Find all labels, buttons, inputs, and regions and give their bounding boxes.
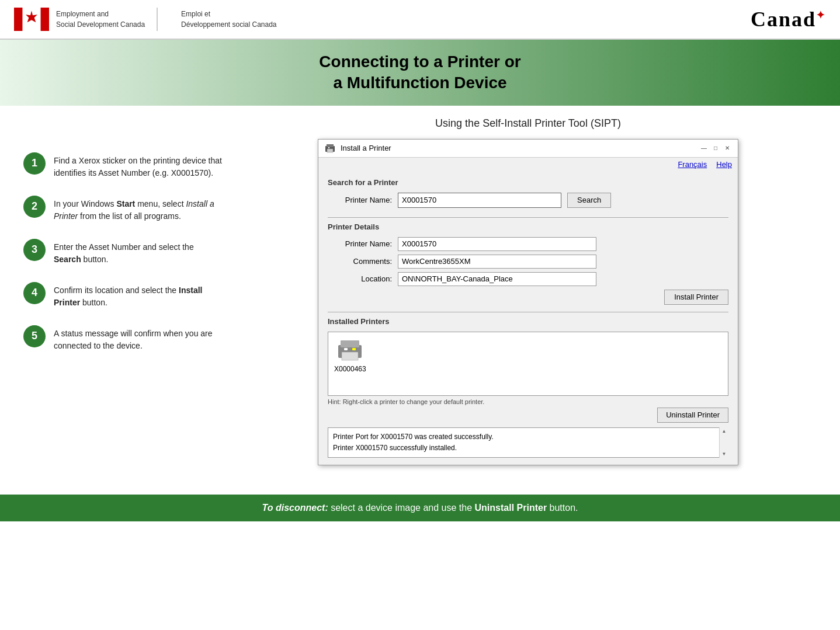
search-row: Printer Name: Search: [328, 193, 728, 208]
search-button[interactable]: Search: [567, 193, 611, 208]
header-left: Employment and Social Development Canada…: [14, 8, 277, 31]
search-section-title: Search for a Printer: [328, 178, 728, 187]
installed-printers-area: X0000463: [328, 332, 728, 396]
minimize-button[interactable]: —: [699, 144, 709, 153]
footer-text: To disconnect: select a device image and…: [23, 503, 817, 513]
header-divider: [157, 8, 158, 31]
separator-2: [328, 312, 728, 312]
svg-rect-11: [344, 348, 348, 350]
maximize-button[interactable]: □: [711, 144, 720, 153]
installed-section-title: Installed Printers: [328, 317, 728, 326]
footer-banner: To disconnect: select a device image and…: [0, 495, 840, 521]
detail-name-label: Printer Name:: [328, 239, 392, 248]
printer-details-title: Printer Details: [328, 222, 728, 231]
detail-name-row: Printer Name:: [328, 237, 728, 251]
step-5-text: A status message will confirm when you a…: [54, 325, 222, 352]
sipt-window: Install a Printer — □ ✕ Français Help Se…: [318, 139, 738, 465]
dept-name-fr: Emploi et Développement social Canada: [181, 9, 276, 30]
canada-wordmark: Canad✦: [751, 7, 826, 32]
dept-name-en: Employment and Social Development Canada: [56, 9, 145, 30]
status-wrapper: Printer Port for X0001570 was created su…: [328, 427, 728, 458]
installed-section: Installed Printers X0000463: [328, 317, 728, 423]
steps-column: 1 Find a Xerox sticker on the printing d…: [23, 117, 222, 352]
svg-rect-1: [40, 8, 49, 31]
window-titlebar: Install a Printer — □ ✕: [318, 140, 738, 158]
svg-rect-7: [328, 147, 329, 148]
step-2-number: 2: [23, 196, 46, 218]
svg-rect-6: [327, 149, 333, 152]
detail-comments-label: Comments:: [328, 257, 392, 266]
main-content: 1 Find a Xerox sticker on the printing d…: [0, 106, 840, 477]
detail-location-row: Location:: [328, 272, 728, 286]
window-controls[interactable]: — □ ✕: [699, 144, 732, 153]
help-link[interactable]: Help: [716, 160, 732, 169]
step-4-text: Confirm its location and select the Inst…: [54, 282, 222, 309]
status-scrollbar[interactable]: ▲ ▼: [719, 427, 728, 458]
subtitle: Using the Self-Install Printer Tool (SIP…: [435, 117, 621, 130]
status-line-2: Printer X0001570 successfully installed.: [333, 443, 716, 454]
separator-1: [328, 217, 728, 218]
title-banner: Connecting to a Printer or a Multifuncti…: [0, 40, 840, 106]
step-2: 2 In your Windows Start menu, select Ins…: [23, 196, 222, 222]
detail-location-label: Location:: [328, 274, 392, 283]
scroll-down-arrow[interactable]: ▼: [722, 451, 727, 457]
scroll-up-arrow[interactable]: ▲: [722, 429, 727, 434]
step-1-text: Find a Xerox sticker on the printing dev…: [54, 152, 222, 179]
step-1: 1 Find a Xerox sticker on the printing d…: [23, 152, 222, 179]
step-5: 5 A status message will confirm when you…: [23, 325, 222, 352]
printer-details-section: Printer Details Printer Name: Comments: …: [328, 222, 728, 305]
step-5-number: 5: [23, 325, 46, 347]
window-body: Search for a Printer Printer Name: Searc…: [318, 171, 738, 465]
status-area: Printer Port for X0001570 was created su…: [328, 427, 728, 458]
window-title-text: Install a Printer: [341, 144, 391, 152]
page-header: Employment and Social Development Canada…: [0, 0, 840, 40]
install-btn-row: Install Printer: [328, 290, 728, 305]
step-3-number: 3: [23, 239, 46, 261]
svg-rect-10: [342, 352, 358, 360]
step-1-number: 1: [23, 152, 46, 175]
printer-name-input[interactable]: [398, 193, 561, 208]
printer-title-icon: [324, 143, 336, 154]
step-3: 3 Enter the Asset Number and select the …: [23, 239, 222, 266]
right-column: Using the Self-Install Printer Tool (SIP…: [239, 117, 817, 465]
detail-comments-input[interactable]: [398, 255, 596, 269]
window-menubar: Français Help: [318, 158, 738, 171]
installed-printer-label: X0000463: [334, 365, 366, 373]
page-title: Connecting to a Printer or a Multifuncti…: [23, 51, 817, 94]
uninstall-printer-button[interactable]: Uninstall Printer: [657, 408, 728, 423]
close-button[interactable]: ✕: [723, 144, 732, 153]
canada-maple-icon: ✦: [816, 9, 826, 21]
step-4: 4 Confirm its location and select the In…: [23, 282, 222, 309]
svg-rect-5: [327, 144, 334, 147]
installed-printer-icon: [335, 338, 365, 363]
installed-printer-item: X0000463: [334, 338, 366, 373]
svg-rect-9: [341, 340, 359, 347]
hint-text: Hint: Right-click a printer to change yo…: [328, 398, 728, 405]
step-2-text: In your Windows Start menu, select Insta…: [54, 196, 222, 222]
svg-rect-12: [352, 348, 356, 350]
status-line-1: Printer Port for X0001570 was created su…: [333, 431, 716, 443]
window-title-left: Install a Printer: [324, 143, 391, 154]
step-4-number: 4: [23, 282, 46, 304]
detail-comments-row: Comments:: [328, 255, 728, 269]
detail-name-input[interactable]: [398, 237, 596, 251]
detail-location-input[interactable]: [398, 272, 596, 286]
uninstall-btn-row: Uninstall Printer: [328, 408, 728, 423]
printer-name-label: Printer Name:: [328, 196, 392, 204]
step-3-text: Enter the Asset Number and select the Se…: [54, 239, 222, 266]
svg-rect-0: [14, 8, 23, 31]
canada-flag-icon: [14, 8, 49, 31]
install-printer-button[interactable]: Install Printer: [664, 290, 728, 305]
francais-link[interactable]: Français: [678, 160, 707, 169]
